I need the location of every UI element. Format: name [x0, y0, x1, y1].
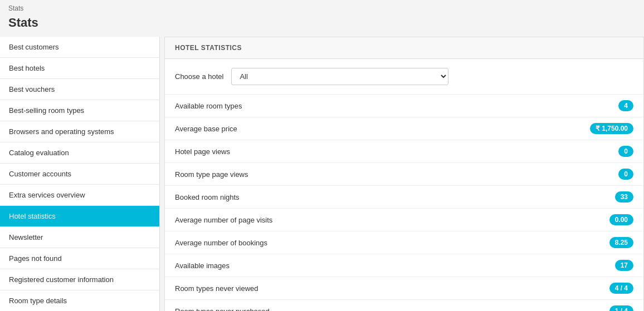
hotel-filter-select[interactable]: All: [231, 68, 448, 85]
sidebar-item-hotel-statistics[interactable]: Hotel statistics: [0, 206, 159, 227]
stats-value-badge: 33: [615, 191, 633, 203]
stats-row: Available images17: [165, 254, 643, 277]
stats-value-badge: 4 / 4: [609, 283, 633, 294]
sidebar-item-catalog-evaluation[interactable]: Catalog evaluation: [0, 142, 159, 164]
stats-row: Average base price₹ 1,750.00: [165, 117, 643, 140]
sidebar-item-best-selling-room-types[interactable]: Best-selling room types: [0, 100, 159, 121]
sidebar-item-extra-services-overview[interactable]: Extra services overview: [0, 185, 159, 206]
stats-label: Room types never viewed: [175, 284, 258, 293]
sidebar-item-browsers-and-operating-systems[interactable]: Browsers and operating systems: [0, 121, 159, 142]
stats-row: Room types never viewed4 / 4: [165, 277, 643, 300]
stats-label: Hotel page views: [175, 147, 230, 156]
stats-row: Room types never purchased1 / 4: [165, 300, 643, 311]
stats-row: Room type page views0: [165, 163, 643, 186]
stats-row: Booked room nights33: [165, 186, 643, 209]
stats-value-badge: ₹ 1,750.00: [590, 123, 633, 134]
stats-label: Available images: [175, 261, 230, 270]
stats-label: Average number of bookings: [175, 239, 267, 247]
stats-label: Room type page views: [175, 170, 248, 179]
sidebar-item-customer-accounts[interactable]: Customer accounts: [0, 164, 159, 185]
sidebar: Best customersBest hotelsBest vouchersBe…: [0, 37, 160, 311]
sidebar-item-best-hotels[interactable]: Best hotels: [0, 58, 159, 79]
sidebar-item-best-customers[interactable]: Best customers: [0, 37, 159, 58]
sidebar-item-pages-not-found[interactable]: Pages not found: [0, 248, 159, 269]
stats-label: Available room types: [175, 102, 242, 110]
stats-label: Average number of page visits: [175, 216, 272, 224]
stats-value-badge: 4: [618, 100, 633, 111]
stats-value-badge: 0: [618, 169, 633, 180]
stats-value-badge: 0: [618, 146, 633, 157]
stats-value-badge: 1 / 4: [609, 305, 633, 311]
stats-row: Hotel page views0: [165, 140, 643, 163]
stats-label: Room types never purchased: [175, 307, 270, 312]
stats-row: Available room types4: [165, 95, 643, 117]
stats-row: Average number of page visits0.00: [165, 209, 643, 231]
stats-label: Average base price: [175, 125, 237, 133]
sidebar-item-registered-customer-information[interactable]: Registered customer information: [0, 269, 159, 290]
sidebar-item-room-type-details[interactable]: Room type details: [0, 290, 159, 311]
sidebar-item-newsletter[interactable]: Newsletter: [0, 227, 159, 248]
stats-row: Average number of bookings8.25: [165, 231, 643, 254]
hotel-filter-label: Choose a hotel: [175, 72, 223, 81]
breadcrumb: Stats: [0, 0, 644, 13]
stats-value-badge: 0.00: [609, 214, 633, 225]
stats-table: Available room types4Average base price₹…: [165, 95, 643, 311]
stats-value-badge: 8.25: [609, 237, 633, 248]
sidebar-item-best-vouchers[interactable]: Best vouchers: [0, 79, 159, 100]
stats-value-badge: 17: [615, 260, 633, 271]
main-content: HOTEL STATISTICS Choose a hotel All Avai…: [164, 37, 644, 311]
section-header: HOTEL STATISTICS: [165, 37, 643, 59]
stats-label: Booked room nights: [175, 193, 240, 201]
page-title: Stats: [0, 13, 644, 37]
